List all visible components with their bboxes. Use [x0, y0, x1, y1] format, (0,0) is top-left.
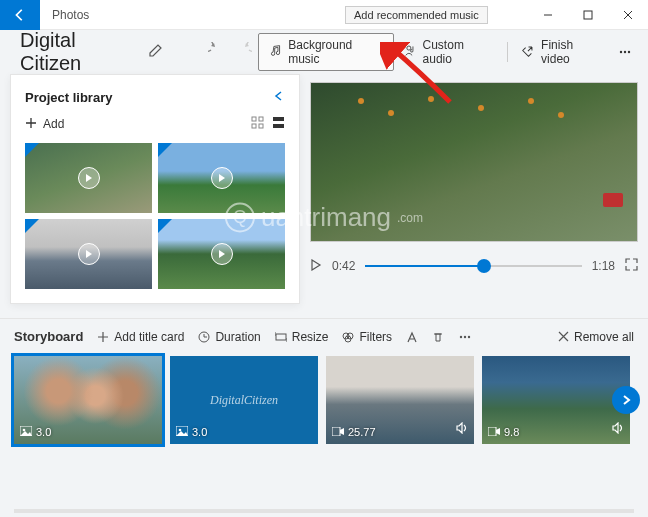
- export-icon: [522, 44, 535, 60]
- svg-point-29: [179, 429, 182, 432]
- duration-button[interactable]: Duration: [198, 330, 260, 344]
- library-title: Project library: [25, 90, 112, 105]
- horizontal-scrollbar[interactable]: [14, 509, 634, 513]
- svg-point-23: [460, 335, 462, 337]
- svg-point-25: [468, 335, 470, 337]
- remove-all-button[interactable]: Remove all: [558, 330, 634, 344]
- svg-rect-7: [259, 117, 263, 121]
- large-grid-view-button[interactable]: [272, 115, 285, 133]
- finish-video-button[interactable]: Finish video: [512, 34, 612, 70]
- add-media-button[interactable]: Add: [25, 117, 64, 132]
- svg-point-27: [23, 429, 26, 432]
- svg-rect-10: [273, 117, 284, 121]
- storyboard-clip[interactable]: 9.8: [482, 356, 630, 444]
- fullscreen-button[interactable]: [625, 258, 638, 274]
- play-icon: [211, 167, 233, 189]
- storyboard-title: Storyboard: [14, 329, 83, 344]
- label: Finish video: [541, 38, 602, 66]
- play-button[interactable]: [310, 259, 322, 274]
- preview-panel: 0:42 1:18: [310, 74, 638, 304]
- delete-button[interactable]: [432, 331, 444, 343]
- more-button[interactable]: [612, 41, 638, 63]
- close-button[interactable]: [608, 0, 648, 30]
- time-current: 0:42: [332, 259, 355, 273]
- svg-point-5: [628, 51, 630, 53]
- svg-point-15: [478, 105, 484, 111]
- titlebar: Photos: [0, 0, 648, 30]
- image-icon: [176, 426, 188, 438]
- project-library-panel: Project library Add: [10, 74, 300, 304]
- edit-name-button[interactable]: [148, 42, 164, 62]
- collapse-library-button[interactable]: [273, 89, 285, 105]
- maximize-button[interactable]: [568, 0, 608, 30]
- toolbar: Digital Citizen Background music Custom …: [0, 30, 648, 74]
- library-thumb[interactable]: [25, 219, 152, 289]
- svg-rect-8: [252, 124, 256, 128]
- more-storyboard-button[interactable]: [458, 331, 472, 343]
- background-music-button[interactable]: Background music: [258, 33, 393, 71]
- text-button[interactable]: [406, 331, 418, 343]
- library-thumb[interactable]: [25, 143, 152, 213]
- svg-point-17: [558, 112, 564, 118]
- add-title-card-button[interactable]: Add title card: [97, 330, 184, 344]
- undo-button[interactable]: [208, 42, 224, 62]
- svg-rect-11: [273, 124, 284, 128]
- seek-slider[interactable]: [365, 265, 581, 267]
- sound-icon: [456, 420, 468, 438]
- svg-rect-30: [332, 427, 340, 436]
- play-icon: [211, 243, 233, 265]
- back-button[interactable]: [0, 0, 40, 30]
- project-name: Digital Citizen: [20, 29, 138, 75]
- time-total: 1:18: [592, 259, 615, 273]
- svg-point-12: [358, 98, 364, 104]
- storyboard-clip[interactable]: 3.0: [14, 356, 162, 444]
- svg-point-16: [528, 98, 534, 104]
- svg-rect-6: [252, 117, 256, 121]
- label: Add: [43, 117, 64, 131]
- svg-point-3: [620, 51, 622, 53]
- filters-button[interactable]: Filters: [342, 330, 392, 344]
- sound-icon: [612, 420, 624, 438]
- grid-view-button[interactable]: [251, 115, 264, 133]
- plus-icon: [25, 117, 37, 132]
- music-icon: [269, 44, 282, 60]
- image-icon: [20, 426, 32, 438]
- video-preview[interactable]: [310, 82, 638, 242]
- play-icon: [78, 243, 100, 265]
- app-title: Photos: [40, 8, 89, 22]
- svg-rect-31: [488, 427, 496, 436]
- library-thumb[interactable]: [158, 143, 285, 213]
- svg-rect-1: [584, 11, 592, 19]
- storyboard-clip[interactable]: DigitalCitizen 3.0: [170, 356, 318, 444]
- minimize-button[interactable]: [528, 0, 568, 30]
- svg-rect-9: [259, 124, 263, 128]
- svg-rect-19: [276, 334, 286, 340]
- storyboard-clip[interactable]: 25.77: [326, 356, 474, 444]
- storyboard-panel: Storyboard Add title card Duration Resiz…: [0, 318, 648, 444]
- svg-point-24: [464, 335, 466, 337]
- label: Background music: [288, 38, 382, 66]
- svg-point-4: [624, 51, 626, 53]
- video-icon: [332, 426, 344, 438]
- annotation-arrow: [380, 42, 470, 112]
- play-icon: [78, 167, 100, 189]
- resize-button[interactable]: Resize: [275, 330, 329, 344]
- redo-button[interactable]: [236, 42, 252, 62]
- separator: [507, 42, 508, 62]
- tooltip: Add recommended music: [345, 6, 488, 24]
- video-icon: [488, 426, 500, 438]
- next-clips-button[interactable]: [612, 386, 640, 414]
- library-thumb[interactable]: [158, 219, 285, 289]
